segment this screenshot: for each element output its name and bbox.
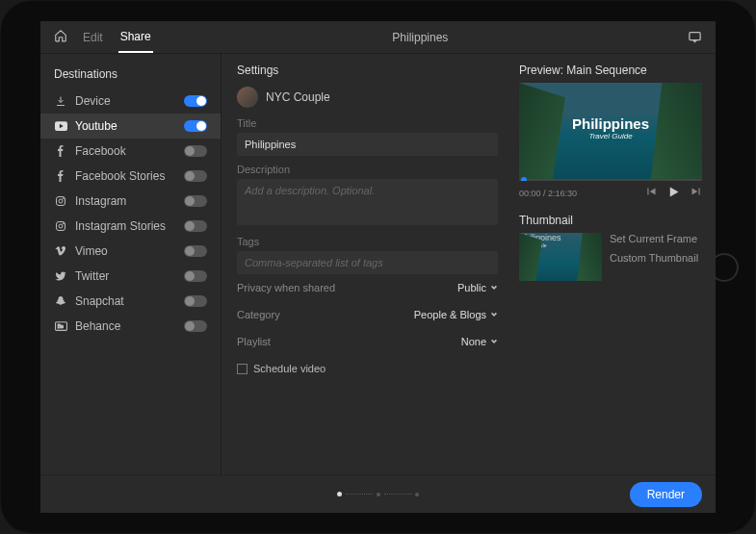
- destination-device[interactable]: Device: [40, 89, 221, 114]
- destination-label: Behance: [75, 319, 176, 333]
- youtube-icon: [54, 119, 67, 133]
- privacy-select[interactable]: Public: [457, 282, 498, 293]
- account-row[interactable]: NYC Couple: [237, 87, 498, 108]
- settings-panel: Settings NYC Couple Title Description Ta…: [222, 54, 513, 474]
- svg-point-3: [59, 199, 63, 203]
- destination-snapchat[interactable]: Snapchat: [40, 289, 221, 314]
- title-label: Title: [237, 117, 498, 129]
- description-input[interactable]: [237, 179, 498, 225]
- destination-facebook-stories[interactable]: Facebook Stories: [40, 164, 221, 189]
- tablet-home-button[interactable]: [710, 253, 739, 282]
- facebook-icon: [54, 169, 67, 183]
- destination-label: Vimeo: [75, 244, 176, 258]
- destination-label: Snapchat: [75, 294, 176, 308]
- overlay-subtitle: Travel Guide: [572, 132, 649, 140]
- destination-toggle[interactable]: [184, 120, 207, 132]
- thumbnail-heading: Thumbnail: [519, 214, 702, 227]
- account-name: NYC Couple: [266, 90, 330, 104]
- instagram-icon: [54, 219, 67, 233]
- timecode: 00:00 / 2:16:30: [519, 189, 577, 198]
- destination-toggle[interactable]: [184, 320, 207, 332]
- destination-instagram[interactable]: Instagram: [40, 189, 221, 214]
- avatar: [237, 87, 258, 108]
- playlist-label: Playlist: [237, 336, 271, 347]
- destination-toggle[interactable]: [184, 245, 207, 257]
- instagram-icon: [54, 194, 67, 208]
- render-button[interactable]: Render: [630, 482, 702, 507]
- privacy-label: Privacy when shared: [237, 282, 335, 293]
- privacy-value: Public: [457, 282, 486, 293]
- destinations-sidebar: Destinations Device Youtube Facebook: [40, 54, 222, 474]
- description-label: Description: [237, 164, 498, 175]
- title-input[interactable]: [237, 133, 498, 156]
- svg-point-6: [59, 224, 63, 228]
- tags-input[interactable]: [237, 251, 498, 274]
- destination-instagram-stories[interactable]: Instagram Stories: [40, 214, 221, 239]
- destination-toggle[interactable]: [184, 220, 207, 232]
- privacy-row: Privacy when shared Public: [237, 274, 498, 301]
- destination-toggle[interactable]: [184, 270, 207, 282]
- home-icon[interactable]: [54, 29, 67, 45]
- page-title: Philippines: [153, 31, 688, 44]
- destination-label: Facebook Stories: [75, 169, 176, 183]
- set-current-frame-button[interactable]: Set Current Frame: [610, 233, 698, 244]
- tab-share[interactable]: Share: [118, 22, 153, 53]
- top-bar: Edit Share Philippines: [40, 21, 716, 54]
- destination-label: Youtube: [75, 119, 176, 133]
- destination-toggle[interactable]: [184, 145, 207, 157]
- schedule-checkbox[interactable]: [237, 364, 248, 374]
- chevron-down-icon: [490, 284, 498, 292]
- schedule-row[interactable]: Schedule video: [237, 363, 498, 374]
- chevron-down-icon: [490, 338, 498, 345]
- destination-label: Device: [75, 94, 176, 108]
- preview-heading: Preview: Main Sequence: [519, 64, 702, 77]
- svg-text:Be: Be: [57, 324, 63, 329]
- sidebar-title: Destinations: [40, 64, 221, 89]
- svg-point-4: [63, 198, 64, 199]
- category-value: People & Blogs: [414, 309, 486, 320]
- twitter-icon: [54, 269, 67, 283]
- preview-video[interactable]: Philippines Travel Guide: [519, 83, 702, 181]
- destination-toggle[interactable]: [184, 170, 207, 182]
- thumbnail-image[interactable]: Philippines Travel Guide: [519, 233, 602, 281]
- custom-thumbnail-button[interactable]: Custom Thumbnail: [610, 252, 698, 264]
- tab-edit[interactable]: Edit: [81, 23, 105, 52]
- destination-toggle[interactable]: [184, 95, 207, 107]
- snapchat-icon: [54, 294, 67, 308]
- preview-panel: Preview: Main Sequence Philippines Trave…: [513, 54, 716, 474]
- playlist-select[interactable]: None: [461, 336, 498, 347]
- destination-youtube[interactable]: Youtube: [40, 114, 221, 139]
- tags-label: Tags: [237, 236, 498, 247]
- overlay-title: Philippines: [572, 115, 649, 132]
- playlist-row: Playlist None: [237, 328, 498, 355]
- category-select[interactable]: People & Blogs: [414, 309, 498, 320]
- destination-label: Facebook: [75, 144, 176, 158]
- destination-vimeo[interactable]: Vimeo: [40, 239, 221, 264]
- destination-facebook[interactable]: Facebook: [40, 139, 221, 164]
- destination-toggle[interactable]: [184, 195, 207, 207]
- step-forward-icon[interactable]: [689, 185, 702, 202]
- download-icon: [54, 94, 67, 108]
- page-indicator[interactable]: [337, 492, 419, 496]
- destination-behance[interactable]: Be Behance: [40, 314, 221, 339]
- footer: Render: [40, 474, 716, 513]
- schedule-label: Schedule video: [253, 363, 326, 374]
- play-icon[interactable]: [666, 185, 681, 202]
- category-label: Category: [237, 309, 280, 320]
- destination-label: Twitter: [75, 269, 176, 283]
- destination-label: Instagram Stories: [75, 219, 176, 233]
- category-row: Category People & Blogs: [237, 301, 498, 328]
- playhead[interactable]: [519, 179, 702, 181]
- vimeo-icon: [54, 244, 67, 258]
- app-screen: Edit Share Philippines Destinations Devi…: [40, 21, 716, 513]
- playlist-value: None: [461, 336, 486, 347]
- svg-rect-0: [690, 33, 700, 40]
- facebook-icon: [54, 144, 67, 158]
- destination-label: Instagram: [75, 194, 176, 208]
- step-back-icon[interactable]: [645, 185, 659, 202]
- comment-icon[interactable]: [688, 30, 702, 44]
- behance-icon: Be: [54, 319, 67, 333]
- destination-toggle[interactable]: [184, 295, 207, 307]
- settings-heading: Settings: [237, 64, 498, 77]
- destination-twitter[interactable]: Twitter: [40, 264, 221, 289]
